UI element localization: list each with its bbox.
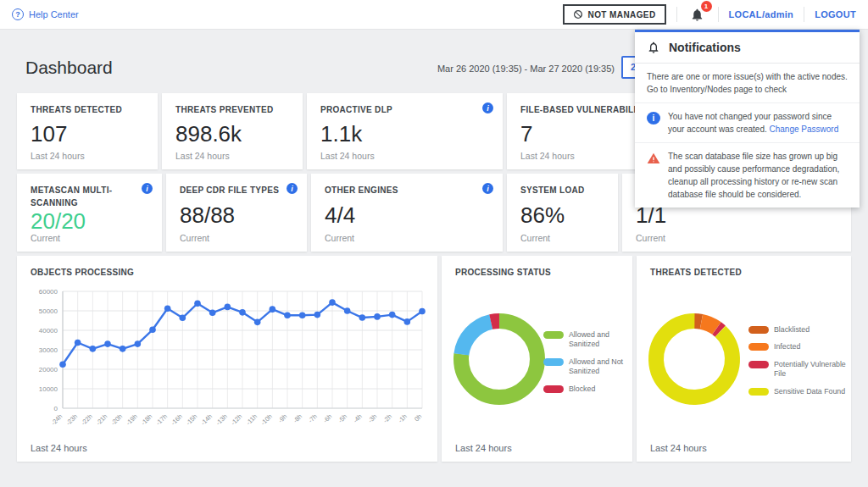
- card-other-engines: OTHER ENGINES i 4/4 Current: [311, 174, 503, 252]
- legend-swatch: [748, 343, 769, 351]
- legend-label: Potentially Vulnerable File: [774, 360, 847, 379]
- card-label: METASCAN MULTI-SCANNING: [31, 184, 150, 209]
- info-icon[interactable]: i: [482, 183, 493, 194]
- legend-item: Allowed and Sanitized: [543, 330, 628, 350]
- objects-processing-chart-card: OBJECTS PROCESSING 010000200003000040000…: [17, 256, 437, 462]
- svg-text:-14h: -14h: [199, 412, 214, 427]
- svg-text:-13h: -13h: [214, 412, 229, 427]
- card-value: 20/20: [31, 210, 150, 232]
- svg-text:-9h: -9h: [276, 412, 288, 424]
- svg-text:50000: 50000: [39, 307, 58, 315]
- svg-text:-3h: -3h: [366, 412, 378, 424]
- notification-count-badge: 1: [701, 1, 712, 12]
- card-label: SYSTEM LOAD: [520, 184, 606, 196]
- user-menu[interactable]: LOCAL/admin: [729, 9, 794, 19]
- svg-text:-19h: -19h: [125, 412, 139, 427]
- legend-label: Allowed and Sanitized: [569, 330, 628, 350]
- not-managed-button[interactable]: NOT MANAGED: [563, 4, 666, 25]
- divider: [718, 7, 719, 22]
- info-icon[interactable]: i: [287, 183, 298, 194]
- card-sublabel: Last 24 hours: [320, 151, 491, 161]
- card-value: 86%: [520, 204, 606, 226]
- notifications-bell-button[interactable]: 1: [687, 4, 708, 25]
- card-sublabel: Current: [180, 233, 295, 243]
- legend-swatch: [543, 331, 564, 339]
- svg-text:-4h: -4h: [352, 412, 364, 424]
- chart-title: THREATS DETECTED: [650, 266, 843, 279]
- svg-text:0h: 0h: [413, 412, 423, 423]
- card-sublabel: Last 24 hours: [175, 151, 291, 161]
- card-sublabel: Last 24 hours: [31, 151, 146, 161]
- card-sublabel: Current: [520, 233, 606, 243]
- notification-item-scan-db: The scan database file size has grown up…: [635, 143, 860, 208]
- legend-item: Blacklisted: [748, 325, 847, 335]
- card-deep-cdr-file-types: DEEP CDR FILE TYPES i 88/88 Current: [166, 174, 307, 252]
- legend-swatch: [748, 326, 769, 334]
- svg-text:-18h: -18h: [139, 412, 153, 427]
- svg-text:-15h: -15h: [184, 412, 198, 427]
- card-value: 898.6k: [175, 123, 291, 145]
- svg-text:30000: 30000: [39, 346, 58, 354]
- legend-item: Allowed and Not Sanitized: [543, 357, 628, 377]
- svg-text:-24h: -24h: [49, 412, 64, 427]
- svg-text:0: 0: [54, 405, 58, 412]
- legend-item: Potentially Vulnerable File: [748, 360, 847, 379]
- legend-swatch: [748, 388, 769, 396]
- card-sublabel: Current: [636, 233, 839, 243]
- legend-swatch: [748, 361, 769, 368]
- svg-text:40000: 40000: [39, 327, 58, 335]
- card-value: 88/88: [180, 204, 295, 226]
- threats-detected-donut-chart: [642, 307, 747, 415]
- notifications-title: Notifications: [669, 41, 741, 54]
- notification-text: There are one or more issue(s) with the …: [647, 70, 848, 96]
- svg-text:-17h: -17h: [154, 412, 169, 427]
- info-icon[interactable]: i: [482, 102, 493, 113]
- change-password-link[interactable]: Change Password: [770, 125, 839, 134]
- card-label: OTHER ENGINES: [325, 184, 491, 196]
- card-value: 4/4: [325, 204, 491, 226]
- divider: [676, 7, 677, 22]
- chart-title: PROCESSING STATUS: [455, 266, 624, 279]
- card-threats-detected: THREATS DETECTED 107 Last 24 hours: [17, 93, 158, 169]
- svg-text:-8h: -8h: [292, 412, 303, 424]
- card-label: PROACTIVE DLP: [320, 103, 491, 116]
- svg-text:-5h: -5h: [337, 412, 348, 424]
- card-metascan-multiscanning: METASCAN MULTI-SCANNING i 20/20 Current: [17, 174, 162, 252]
- card-threats-prevented: THREATS PREVENTED 898.6k Last 24 hours: [162, 93, 303, 169]
- svg-text:-2h: -2h: [381, 412, 393, 424]
- chart-footer: Last 24 hours: [455, 443, 512, 453]
- chart-legend: Allowed and Sanitized Allowed and Not Sa…: [543, 330, 628, 394]
- divider: [804, 7, 804, 22]
- svg-text:-12h: -12h: [229, 412, 243, 427]
- card-system-load: SYSTEM LOAD 86% Current: [507, 174, 618, 252]
- notification-item-nodes: There are one or more issue(s) with the …: [635, 64, 860, 103]
- card-label: THREATS PREVENTED: [175, 103, 291, 116]
- notification-item-password: i You have not changed your password sin…: [635, 103, 860, 143]
- logout-button[interactable]: LOGOUT: [815, 9, 856, 19]
- processing-status-donut-chart: [447, 307, 552, 415]
- notifications-header: Notifications: [635, 32, 860, 64]
- card-sublabel: Current: [325, 233, 491, 243]
- legend-label: Infected: [774, 342, 800, 351]
- card-sublabel: Current: [31, 233, 150, 243]
- bell-icon: [647, 41, 660, 54]
- legend-label: Blocked: [569, 385, 595, 394]
- legend-label: Blacklisted: [774, 325, 810, 335]
- legend-item: Sensitive Data Found: [748, 387, 847, 396]
- help-center-link[interactable]: ? Help Center: [12, 8, 79, 20]
- svg-text:10000: 10000: [39, 385, 58, 393]
- legend-label: Allowed and Not Sanitized: [569, 357, 628, 377]
- card-proactive-dlp: PROACTIVE DLP i 1.1k Last 24 hours: [307, 93, 503, 169]
- svg-text:-6h: -6h: [321, 412, 333, 424]
- svg-text:-22h: -22h: [80, 412, 94, 427]
- card-value: 1.1k: [320, 123, 491, 145]
- svg-text:-1h: -1h: [397, 412, 409, 424]
- page-title: Dashboard: [25, 58, 113, 78]
- notification-text: You have not changed your password since…: [668, 110, 848, 136]
- info-icon[interactable]: i: [142, 183, 153, 194]
- threats-detected-chart-card: THREATS DETECTED Blacklisted Infected Po…: [637, 256, 851, 462]
- notifications-panel: Notifications There are one or more issu…: [635, 30, 860, 208]
- svg-text:-21h: -21h: [94, 412, 108, 427]
- legend-item: Blocked: [543, 385, 628, 394]
- svg-text:-10h: -10h: [259, 412, 274, 427]
